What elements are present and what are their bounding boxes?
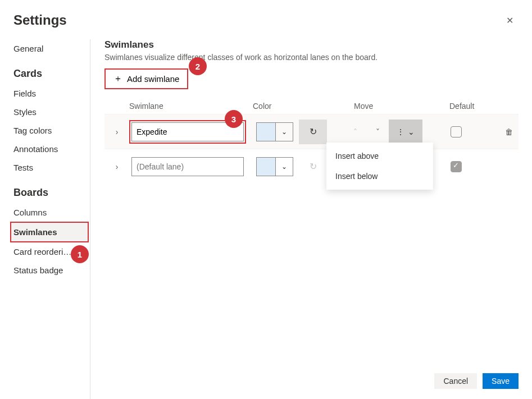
sidebar-item-tests[interactable]: Tests xyxy=(13,158,87,177)
swimlane-color-picker[interactable]: ⌄ xyxy=(256,157,293,176)
color-swatch xyxy=(257,158,276,176)
settings-dialog: Settings ✕ General Cards Fields Styles T… xyxy=(0,0,532,399)
move-controls: ˄ ˅ ⋮ ⌄ xyxy=(344,120,422,144)
sidebar-item-status-badge[interactable]: Status badge xyxy=(13,261,87,279)
menu-item-insert-above[interactable]: Insert above xyxy=(326,146,433,166)
add-swimlane-button[interactable]: ＋ Add swimlane xyxy=(104,68,188,89)
refresh-icon: ↻ xyxy=(310,126,317,137)
sidebar-item-tag-colors[interactable]: Tag colors xyxy=(13,121,87,140)
annotation-badge-3: 3 xyxy=(225,110,243,128)
move-up-button[interactable]: ˄ xyxy=(344,120,366,144)
sidebar-item-fields[interactable]: Fields xyxy=(13,84,87,103)
settings-main-panel: Swimlanes Swimlanes visualize different … xyxy=(91,39,519,279)
chevron-down-icon: ⌄ xyxy=(276,128,293,136)
col-header-color: Color xyxy=(253,102,303,111)
sidebar-group-boards: Boards xyxy=(13,187,88,199)
add-swimlane-label: Add swimlane xyxy=(127,74,179,84)
more-vertical-icon: ⋮ xyxy=(397,127,404,136)
move-down-button[interactable]: ˅ xyxy=(366,120,389,144)
trash-icon: 🗑 xyxy=(505,127,513,136)
dialog-footer: Cancel Save xyxy=(434,373,519,389)
plus-icon: ＋ xyxy=(113,73,122,85)
refresh-button: ↻ xyxy=(299,154,327,179)
swimlane-row: › ⌄ ↻ ˄ ˅ ⋮ ⌄ xyxy=(104,149,519,184)
settings-sidebar: General Cards Fields Styles Tag colors A… xyxy=(13,39,91,279)
default-checkbox[interactable] xyxy=(451,126,462,137)
annotation-badge-1: 1 xyxy=(71,245,89,263)
sidebar-group-cards: Cards xyxy=(13,68,88,80)
cancel-button[interactable]: Cancel xyxy=(434,373,477,389)
more-options-menu: Insert above Insert below xyxy=(326,143,433,190)
default-checkbox[interactable] xyxy=(451,161,462,172)
swimlane-color-picker[interactable]: ⌄ xyxy=(256,122,293,141)
refresh-button[interactable]: ↻ xyxy=(299,120,327,144)
dialog-title: Settings xyxy=(13,12,67,28)
sidebar-item-swimlanes[interactable]: Swimlanes xyxy=(10,222,89,242)
col-header-move: Move xyxy=(337,102,449,111)
section-description: Swimlanes visualize different classes of… xyxy=(104,53,519,62)
swimlane-name-input[interactable] xyxy=(131,157,244,176)
chevron-up-icon: ˄ xyxy=(353,127,357,136)
color-swatch xyxy=(257,123,276,141)
expand-chevron-icon[interactable]: › xyxy=(104,127,129,136)
dialog-header: Settings ✕ xyxy=(13,11,519,29)
sidebar-item-annotations[interactable]: Annotations xyxy=(13,140,87,158)
close-icon: ✕ xyxy=(506,15,513,26)
chevron-down-icon: ⌄ xyxy=(276,163,293,171)
sidebar-item-styles[interactable]: Styles xyxy=(13,103,87,121)
sidebar-item-columns[interactable]: Columns xyxy=(13,203,87,222)
save-button[interactable]: Save xyxy=(483,373,519,389)
annotation-badge-2: 2 xyxy=(189,57,207,75)
menu-item-insert-below[interactable]: Insert below xyxy=(326,166,433,186)
expand-chevron-icon[interactable]: › xyxy=(104,162,129,171)
chevron-down-icon: ˅ xyxy=(376,127,380,136)
swimlane-row: › ⌄ ↻ ˄ ˅ ⋮ ⌄ xyxy=(104,114,519,149)
col-header-name: Swimlane xyxy=(129,102,253,111)
close-button[interactable]: ✕ xyxy=(501,11,519,29)
delete-button[interactable]: 🗑 xyxy=(505,127,513,136)
swimlane-column-headers: Swimlane Color Move Default xyxy=(104,98,519,114)
more-options-button[interactable]: ⋮ ⌄ xyxy=(389,120,422,144)
refresh-icon: ↻ xyxy=(310,161,317,172)
col-header-default: Default xyxy=(449,102,494,111)
sidebar-item-general[interactable]: General xyxy=(13,39,87,58)
chevron-down-icon: ⌄ xyxy=(408,127,415,136)
section-title: Swimlanes xyxy=(104,39,519,51)
